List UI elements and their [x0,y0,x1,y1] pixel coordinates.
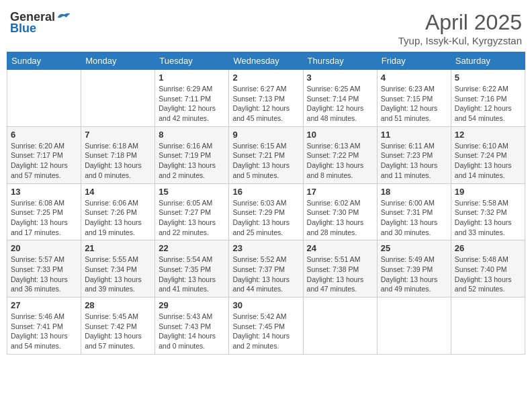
calendar-cell: 30Sunrise: 5:42 AMSunset: 7:45 PMDayligh… [229,298,303,355]
calendar-cell: 9Sunrise: 6:15 AMSunset: 7:21 PMDaylight… [229,126,303,183]
calendar-cell [7,70,81,127]
logo-blue: Blue [10,21,36,36]
calendar-cell: 6Sunrise: 6:20 AMSunset: 7:17 PMDaylight… [7,126,81,183]
calendar-cell: 3Sunrise: 6:25 AMSunset: 7:14 PMDaylight… [303,70,377,127]
day-info: Sunrise: 6:11 AMSunset: 7:23 PMDaylight:… [381,141,447,181]
location-title: Tyup, Issyk-Kul, Kyrgyzstan [398,35,522,46]
day-info: Sunrise: 5:46 AMSunset: 7:41 PMDaylight:… [11,312,77,351]
calendar-cell: 13Sunrise: 6:08 AMSunset: 7:25 PMDayligh… [7,183,81,240]
day-number: 28 [85,300,151,310]
day-number: 27 [11,300,77,310]
day-number: 7 [85,130,151,140]
day-info: Sunrise: 5:51 AMSunset: 7:38 PMDaylight:… [307,255,373,294]
day-number: 25 [381,243,447,253]
calendar-cell: 8Sunrise: 6:16 AMSunset: 7:19 PMDaylight… [155,126,229,183]
calendar-cell: 21Sunrise: 5:55 AMSunset: 7:34 PMDayligh… [81,240,155,298]
month-title: April 2025 [398,10,522,35]
calendar-cell: 22Sunrise: 5:54 AMSunset: 7:35 PMDayligh… [155,240,229,298]
calendar-cell: 19Sunrise: 5:58 AMSunset: 7:32 PMDayligh… [451,183,525,240]
day-info: Sunrise: 6:15 AMSunset: 7:21 PMDaylight:… [232,141,299,181]
day-info: Sunrise: 6:20 AMSunset: 7:17 PMDaylight:… [11,141,77,181]
day-info: Sunrise: 6:03 AMSunset: 7:29 PMDaylight:… [232,198,299,238]
day-info: Sunrise: 5:58 AMSunset: 7:32 PMDaylight:… [455,198,521,238]
day-info: Sunrise: 6:25 AMSunset: 7:14 PMDaylight:… [307,84,373,124]
calendar-cell: 24Sunrise: 5:51 AMSunset: 7:38 PMDayligh… [303,240,377,298]
day-info: Sunrise: 6:08 AMSunset: 7:25 PMDaylight:… [11,198,77,238]
day-number: 2 [232,73,299,83]
calendar-cell: 12Sunrise: 6:10 AMSunset: 7:24 PMDayligh… [451,126,525,183]
day-number: 29 [159,300,225,310]
day-info: Sunrise: 6:10 AMSunset: 7:24 PMDaylight:… [455,141,521,181]
day-info: Sunrise: 6:18 AMSunset: 7:18 PMDaylight:… [85,141,151,181]
day-number: 26 [455,243,521,253]
day-number: 18 [381,187,447,197]
calendar-cell [303,298,377,355]
day-number: 16 [232,187,299,197]
weekday-header-wednesday: Wednesday [229,52,303,70]
calendar-cell [451,298,525,355]
calendar-cell: 29Sunrise: 5:43 AMSunset: 7:43 PMDayligh… [155,298,229,355]
day-info: Sunrise: 6:29 AMSunset: 7:11 PMDaylight:… [159,84,225,124]
day-number: 5 [455,73,521,83]
day-number: 6 [11,130,77,140]
weekday-header-monday: Monday [81,52,155,70]
day-number: 17 [307,187,373,197]
day-info: Sunrise: 6:06 AMSunset: 7:26 PMDaylight:… [85,198,151,238]
day-info: Sunrise: 6:00 AMSunset: 7:31 PMDaylight:… [381,198,447,238]
day-info: Sunrise: 5:48 AMSunset: 7:40 PMDaylight:… [455,255,521,294]
calendar-cell [81,70,155,127]
day-info: Sunrise: 6:22 AMSunset: 7:16 PMDaylight:… [455,84,521,124]
day-info: Sunrise: 6:16 AMSunset: 7:19 PMDaylight:… [159,141,225,181]
day-number: 11 [381,130,447,140]
calendar-cell: 27Sunrise: 5:46 AMSunset: 7:41 PMDayligh… [7,298,81,355]
weekday-header-friday: Friday [377,52,451,70]
day-number: 1 [159,73,225,83]
calendar-cell: 18Sunrise: 6:00 AMSunset: 7:31 PMDayligh… [377,183,451,240]
day-number: 20 [11,243,77,253]
day-info: Sunrise: 6:23 AMSunset: 7:15 PMDaylight:… [381,84,447,124]
day-number: 21 [85,243,151,253]
calendar-cell: 7Sunrise: 6:18 AMSunset: 7:18 PMDaylight… [81,126,155,183]
day-number: 30 [232,300,299,310]
calendar-cell: 16Sunrise: 6:03 AMSunset: 7:29 PMDayligh… [229,183,303,240]
calendar-cell: 20Sunrise: 5:57 AMSunset: 7:33 PMDayligh… [7,240,81,298]
calendar-cell: 28Sunrise: 5:45 AMSunset: 7:42 PMDayligh… [81,298,155,355]
logo-bird-icon [56,11,71,24]
day-number: 23 [232,243,299,253]
weekday-header-thursday: Thursday [303,52,377,70]
weekday-header-saturday: Saturday [451,52,525,70]
calendar-cell: 26Sunrise: 5:48 AMSunset: 7:40 PMDayligh… [451,240,525,298]
day-info: Sunrise: 5:52 AMSunset: 7:37 PMDaylight:… [232,255,299,294]
calendar-cell: 2Sunrise: 6:27 AMSunset: 7:13 PMDaylight… [229,70,303,127]
weekday-header-sunday: Sunday [7,52,81,70]
calendar-cell: 14Sunrise: 6:06 AMSunset: 7:26 PMDayligh… [81,183,155,240]
day-info: Sunrise: 6:02 AMSunset: 7:30 PMDaylight:… [307,198,373,238]
day-info: Sunrise: 5:42 AMSunset: 7:45 PMDaylight:… [232,312,299,351]
weekday-header-tuesday: Tuesday [155,52,229,70]
day-info: Sunrise: 5:55 AMSunset: 7:34 PMDaylight:… [85,255,151,294]
calendar-cell: 5Sunrise: 6:22 AMSunset: 7:16 PMDaylight… [451,70,525,127]
calendar-cell: 23Sunrise: 5:52 AMSunset: 7:37 PMDayligh… [229,240,303,298]
logo: General Blue [10,10,71,36]
calendar-cell: 11Sunrise: 6:11 AMSunset: 7:23 PMDayligh… [377,126,451,183]
day-number: 13 [11,187,77,197]
day-number: 4 [381,73,447,83]
day-info: Sunrise: 6:27 AMSunset: 7:13 PMDaylight:… [232,84,299,124]
day-info: Sunrise: 5:43 AMSunset: 7:43 PMDaylight:… [159,312,225,351]
calendar: SundayMondayTuesdayWednesdayThursdayFrid… [7,52,525,355]
day-number: 22 [159,243,225,253]
calendar-cell: 25Sunrise: 5:49 AMSunset: 7:39 PMDayligh… [377,240,451,298]
day-info: Sunrise: 5:45 AMSunset: 7:42 PMDaylight:… [85,312,151,351]
calendar-cell: 17Sunrise: 6:02 AMSunset: 7:30 PMDayligh… [303,183,377,240]
day-number: 8 [159,130,225,140]
day-number: 15 [159,187,225,197]
title-area: April 2025 Tyup, Issyk-Kul, Kyrgyzstan [398,10,522,46]
day-number: 12 [455,130,521,140]
day-number: 14 [85,187,151,197]
day-info: Sunrise: 6:05 AMSunset: 7:27 PMDaylight:… [159,198,225,238]
day-number: 10 [307,130,373,140]
day-info: Sunrise: 5:54 AMSunset: 7:35 PMDaylight:… [159,255,225,294]
calendar-cell: 4Sunrise: 6:23 AMSunset: 7:15 PMDaylight… [377,70,451,127]
day-number: 9 [232,130,299,140]
day-info: Sunrise: 6:13 AMSunset: 7:22 PMDaylight:… [307,141,373,181]
